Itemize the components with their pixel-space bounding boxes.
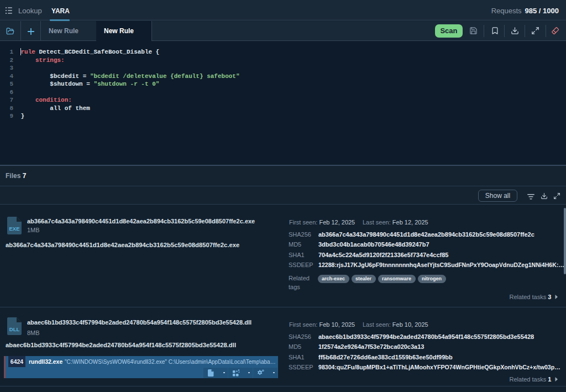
svg-text:EXE: EXE [9,226,19,232]
svg-text:DLL: DLL [9,326,20,332]
